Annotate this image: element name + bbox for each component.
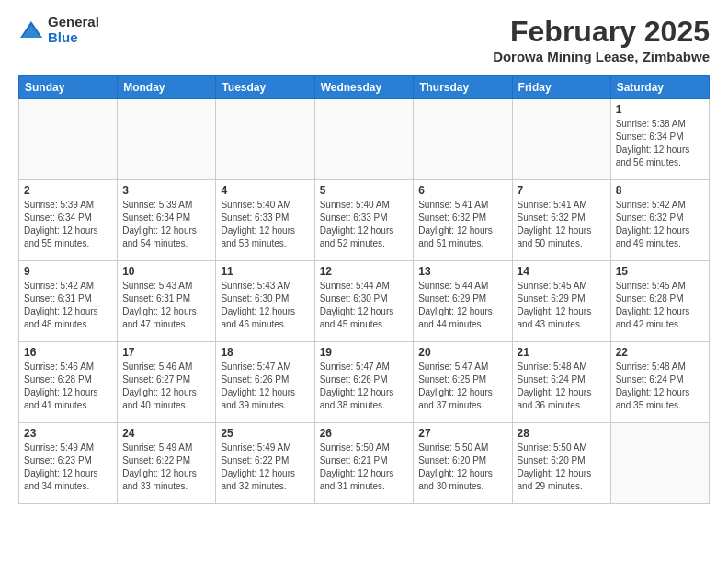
calendar-cell: 27Sunrise: 5:50 AM Sunset: 6:20 PM Dayli… bbox=[414, 423, 512, 504]
day-number: 8 bbox=[616, 184, 704, 197]
day-info: Sunrise: 5:44 AM Sunset: 6:30 PM Dayligh… bbox=[320, 280, 409, 331]
day-info: Sunrise: 5:40 AM Sunset: 6:33 PM Dayligh… bbox=[320, 199, 409, 250]
calendar-cell: 15Sunrise: 5:45 AM Sunset: 6:28 PM Dayli… bbox=[610, 261, 709, 342]
day-info: Sunrise: 5:49 AM Sunset: 6:22 PM Dayligh… bbox=[221, 442, 309, 493]
calendar-cell: 1Sunrise: 5:38 AM Sunset: 6:34 PM Daylig… bbox=[610, 99, 709, 180]
day-number: 18 bbox=[221, 346, 309, 359]
calendar-cell bbox=[414, 99, 512, 180]
logo-blue-text: Blue bbox=[48, 30, 99, 46]
calendar-cell bbox=[610, 423, 709, 504]
day-number: 5 bbox=[320, 184, 409, 197]
day-info: Sunrise: 5:47 AM Sunset: 6:26 PM Dayligh… bbox=[320, 361, 409, 412]
day-info: Sunrise: 5:39 AM Sunset: 6:34 PM Dayligh… bbox=[24, 199, 112, 250]
day-number: 19 bbox=[320, 346, 409, 359]
calendar-cell: 16Sunrise: 5:46 AM Sunset: 6:28 PM Dayli… bbox=[19, 342, 118, 423]
calendar-cell: 25Sunrise: 5:49 AM Sunset: 6:22 PM Dayli… bbox=[216, 423, 314, 504]
calendar-table: SundayMondayTuesdayWednesdayThursdayFrid… bbox=[18, 75, 710, 504]
day-info: Sunrise: 5:40 AM Sunset: 6:33 PM Dayligh… bbox=[221, 199, 309, 250]
calendar-cell bbox=[314, 99, 414, 180]
week-row-5: 23Sunrise: 5:49 AM Sunset: 6:23 PM Dayli… bbox=[19, 423, 710, 504]
calendar-cell bbox=[118, 99, 216, 180]
calendar-cell: 26Sunrise: 5:50 AM Sunset: 6:21 PM Dayli… bbox=[314, 423, 414, 504]
day-info: Sunrise: 5:42 AM Sunset: 6:32 PM Dayligh… bbox=[616, 199, 704, 250]
calendar-cell: 10Sunrise: 5:43 AM Sunset: 6:31 PM Dayli… bbox=[118, 261, 216, 342]
week-row-1: 1Sunrise: 5:38 AM Sunset: 6:34 PM Daylig… bbox=[19, 99, 710, 180]
calendar-cell: 23Sunrise: 5:49 AM Sunset: 6:23 PM Dayli… bbox=[19, 423, 118, 504]
day-number: 11 bbox=[221, 265, 309, 278]
day-number: 16 bbox=[24, 346, 112, 359]
day-number: 26 bbox=[320, 427, 409, 440]
calendar-cell: 3Sunrise: 5:39 AM Sunset: 6:34 PM Daylig… bbox=[118, 180, 216, 261]
day-number: 3 bbox=[122, 184, 210, 197]
day-number: 12 bbox=[320, 265, 409, 278]
day-number: 1 bbox=[616, 103, 704, 116]
calendar-cell: 2Sunrise: 5:39 AM Sunset: 6:34 PM Daylig… bbox=[19, 180, 118, 261]
day-number: 10 bbox=[122, 265, 210, 278]
calendar-cell bbox=[512, 99, 610, 180]
day-info: Sunrise: 5:47 AM Sunset: 6:26 PM Dayligh… bbox=[221, 361, 309, 412]
day-number: 28 bbox=[518, 427, 606, 440]
page-header: General Blue February 2025 Dorowa Mining… bbox=[18, 15, 710, 64]
calendar-cell: 19Sunrise: 5:47 AM Sunset: 6:26 PM Dayli… bbox=[314, 342, 414, 423]
weekday-header-sunday: Sunday bbox=[19, 76, 118, 99]
day-number: 17 bbox=[122, 346, 210, 359]
month-title: February 2025 bbox=[493, 15, 710, 49]
day-info: Sunrise: 5:48 AM Sunset: 6:24 PM Dayligh… bbox=[616, 361, 704, 412]
day-info: Sunrise: 5:50 AM Sunset: 6:21 PM Dayligh… bbox=[320, 442, 409, 493]
day-number: 20 bbox=[418, 346, 506, 359]
calendar-cell: 8Sunrise: 5:42 AM Sunset: 6:32 PM Daylig… bbox=[610, 180, 709, 261]
day-info: Sunrise: 5:46 AM Sunset: 6:28 PM Dayligh… bbox=[24, 361, 112, 412]
calendar-cell: 14Sunrise: 5:45 AM Sunset: 6:29 PM Dayli… bbox=[512, 261, 610, 342]
day-info: Sunrise: 5:44 AM Sunset: 6:29 PM Dayligh… bbox=[418, 280, 506, 331]
weekday-header-tuesday: Tuesday bbox=[216, 76, 314, 99]
weekday-header-row: SundayMondayTuesdayWednesdayThursdayFrid… bbox=[19, 76, 710, 99]
calendar-cell: 20Sunrise: 5:47 AM Sunset: 6:25 PM Dayli… bbox=[414, 342, 512, 423]
weekday-header-monday: Monday bbox=[118, 76, 216, 99]
weekday-header-friday: Friday bbox=[512, 76, 610, 99]
logo-general-text: General bbox=[48, 15, 99, 30]
day-info: Sunrise: 5:39 AM Sunset: 6:34 PM Dayligh… bbox=[122, 199, 210, 250]
weekday-header-saturday: Saturday bbox=[610, 76, 709, 99]
day-number: 24 bbox=[122, 427, 210, 440]
calendar-cell: 22Sunrise: 5:48 AM Sunset: 6:24 PM Dayli… bbox=[610, 342, 709, 423]
day-info: Sunrise: 5:41 AM Sunset: 6:32 PM Dayligh… bbox=[418, 199, 506, 250]
calendar-cell: 6Sunrise: 5:41 AM Sunset: 6:32 PM Daylig… bbox=[414, 180, 512, 261]
calendar-cell: 7Sunrise: 5:41 AM Sunset: 6:32 PM Daylig… bbox=[512, 180, 610, 261]
calendar-cell: 18Sunrise: 5:47 AM Sunset: 6:26 PM Dayli… bbox=[216, 342, 314, 423]
day-number: 15 bbox=[616, 265, 704, 278]
calendar-cell bbox=[19, 99, 118, 180]
title-block: February 2025 Dorowa Mining Lease, Zimba… bbox=[493, 15, 710, 64]
day-number: 25 bbox=[221, 427, 309, 440]
calendar-cell bbox=[216, 99, 314, 180]
day-info: Sunrise: 5:49 AM Sunset: 6:22 PM Dayligh… bbox=[122, 442, 210, 493]
calendar-cell: 13Sunrise: 5:44 AM Sunset: 6:29 PM Dayli… bbox=[414, 261, 512, 342]
location-title: Dorowa Mining Lease, Zimbabwe bbox=[493, 49, 710, 64]
week-row-2: 2Sunrise: 5:39 AM Sunset: 6:34 PM Daylig… bbox=[19, 180, 710, 261]
week-row-3: 9Sunrise: 5:42 AM Sunset: 6:31 PM Daylig… bbox=[19, 261, 710, 342]
calendar-cell: 24Sunrise: 5:49 AM Sunset: 6:22 PM Dayli… bbox=[118, 423, 216, 504]
day-number: 9 bbox=[24, 265, 112, 278]
calendar-cell: 9Sunrise: 5:42 AM Sunset: 6:31 PM Daylig… bbox=[19, 261, 118, 342]
day-info: Sunrise: 5:38 AM Sunset: 6:34 PM Dayligh… bbox=[616, 118, 704, 169]
day-number: 21 bbox=[518, 346, 606, 359]
day-info: Sunrise: 5:45 AM Sunset: 6:28 PM Dayligh… bbox=[616, 280, 704, 331]
logo-icon bbox=[18, 17, 44, 43]
day-info: Sunrise: 5:43 AM Sunset: 6:30 PM Dayligh… bbox=[221, 280, 309, 331]
calendar-cell: 28Sunrise: 5:50 AM Sunset: 6:20 PM Dayli… bbox=[512, 423, 610, 504]
day-info: Sunrise: 5:42 AM Sunset: 6:31 PM Dayligh… bbox=[24, 280, 112, 331]
day-info: Sunrise: 5:48 AM Sunset: 6:24 PM Dayligh… bbox=[518, 361, 606, 412]
day-info: Sunrise: 5:50 AM Sunset: 6:20 PM Dayligh… bbox=[518, 442, 606, 493]
day-number: 4 bbox=[221, 184, 309, 197]
weekday-header-wednesday: Wednesday bbox=[314, 76, 414, 99]
calendar-cell: 12Sunrise: 5:44 AM Sunset: 6:30 PM Dayli… bbox=[314, 261, 414, 342]
day-number: 6 bbox=[418, 184, 506, 197]
day-info: Sunrise: 5:49 AM Sunset: 6:23 PM Dayligh… bbox=[24, 442, 112, 493]
day-info: Sunrise: 5:45 AM Sunset: 6:29 PM Dayligh… bbox=[518, 280, 606, 331]
day-info: Sunrise: 5:43 AM Sunset: 6:31 PM Dayligh… bbox=[122, 280, 210, 331]
day-info: Sunrise: 5:47 AM Sunset: 6:25 PM Dayligh… bbox=[418, 361, 506, 412]
day-number: 22 bbox=[616, 346, 704, 359]
week-row-4: 16Sunrise: 5:46 AM Sunset: 6:28 PM Dayli… bbox=[19, 342, 710, 423]
day-number: 14 bbox=[518, 265, 606, 278]
day-info: Sunrise: 5:46 AM Sunset: 6:27 PM Dayligh… bbox=[122, 361, 210, 412]
day-number: 27 bbox=[418, 427, 506, 440]
